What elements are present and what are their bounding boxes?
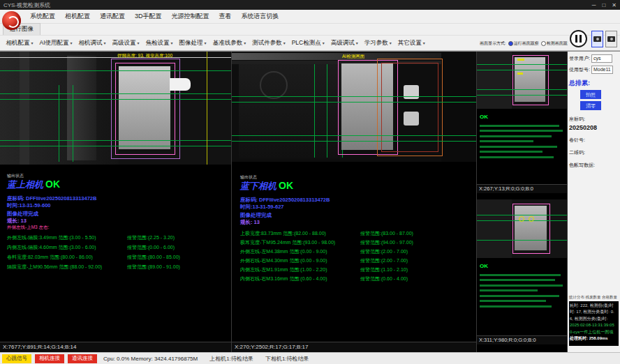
chevron-down-icon: ▾ — [104, 40, 106, 45]
main-area: 焊脚高度: 93. 视觉高度:100 输出状态 蓝上相机OK 座标码: DFFI… — [0, 51, 620, 352]
length-line: 规长: 13 — [7, 218, 27, 225]
capture-button[interactable]: 拍照 — [580, 90, 601, 99]
window-title: CYS-视觉检测系统 — [3, 1, 50, 9]
write-data-label: 色帐写数据: — [569, 162, 619, 169]
minimize-button[interactable]: ─ — [592, 2, 596, 8]
menu-light-config[interactable]: 光源控制配置 — [167, 12, 214, 21]
yellow-guide-line — [207, 52, 207, 165]
measurement-row: 外侧左线-左M4.38mm 范围:(0.00 - 9.00)报警范围:(2.00… — [240, 248, 475, 257]
heartbeat-badge: 心跳信号 — [2, 354, 31, 363]
upper-camera-panel: 焊脚高度: 93. 视觉高度:100 输出状态 蓝上相机OK 座标码: DFFI… — [0, 52, 232, 352]
tool-focus-settings[interactable]: 焦检设置▾ — [142, 39, 176, 47]
barcode-line: 座标码: DFFIiive2025020813313472B — [7, 195, 96, 202]
cpu-memory-text: Cpu: 0.0% Memory: 3424.41796875M — [103, 356, 198, 362]
model-select[interactable]: Mode11 — [591, 66, 613, 74]
thumbnail-camera-view-1[interactable] — [477, 52, 567, 109]
stats-line: 时: 17, 检测分类毫时: 0. — [570, 309, 618, 315]
measurement-row: 内侧左线-左M1.91mm 范围:(1.00 - 2.20)报警范围:(1.10… — [240, 266, 475, 275]
measure-line — [232, 102, 476, 103]
camera-view-button-1[interactable] — [591, 31, 603, 47]
tool-camera-config[interactable]: 相机配置▾ — [3, 39, 36, 47]
model-row: 使用型号: Mode11 — [569, 66, 619, 74]
camera-connection-badge: 相机连接 — [35, 354, 64, 363]
tool-ai-config[interactable]: AI使用配置▾ — [36, 39, 75, 47]
pause-button[interactable] — [570, 30, 587, 47]
machine-column — [20, 52, 29, 165]
close-button[interactable]: ✕ — [612, 2, 617, 8]
pixel-coordinates-bar: X:270;Y:2502;R:17;G:17;B:17 — [232, 342, 476, 352]
login-user-label: 登录用户: — [569, 55, 590, 62]
menu-system-config[interactable]: 系统配置 — [25, 12, 60, 21]
measurement-row: 上极宽度:83.73mm 范围:(82.00 - 88.00)报警范围:(83.… — [240, 230, 475, 239]
tool-camera-debug[interactable]: 相机调试▾ — [75, 39, 109, 47]
measure-line — [0, 93, 231, 94]
pixel-coordinates-bar: X:7677;Y:891;R:14;G:14;B:14 — [0, 342, 231, 352]
reflective-part — [404, 85, 419, 99]
camera-view-button-2[interactable] — [605, 31, 617, 47]
thumbnail-column: OK X:267;Y:13;R:0;G:0;B:0 — [477, 52, 568, 352]
barcode-value: 20250208 — [569, 124, 619, 131]
measure-line — [0, 140, 231, 141]
tool-advanced-debug[interactable]: 高级调试▾ — [327, 39, 361, 47]
menu-3d-config[interactable]: 3D手配置 — [130, 12, 167, 21]
login-user-select[interactable]: cys — [591, 54, 612, 63]
measurement-row: 隔膜宽度-上M90.56mm 范围:(88.00 - 92.00)报警范围:(8… — [7, 264, 230, 273]
lower-camera-result: 下相机1:待检结果 — [265, 355, 309, 363]
title-bar: CYS-视觉检测系统 ─ □ ✕ — [0, 0, 620, 10]
comm-connection-badge: 通讯连接 — [68, 354, 97, 363]
radio-detect-view[interactable]: 检测画面观察 — [541, 40, 568, 47]
measurement-list: 上极宽度:83.73mm 范围:(82.00 - 88.00)报警范围:(83.… — [240, 230, 475, 285]
camera-result-title: 蓝下相机OK — [240, 180, 293, 192]
measurement-row: 内侧右线-右M3.16mm 范围:(0.60 - 4.00)报警范围:(0.60… — [240, 275, 475, 285]
process-status-line: 图像处理完成 — [240, 212, 272, 219]
measure-line — [232, 135, 476, 136]
maximize-button[interactable]: □ — [602, 2, 605, 8]
chevron-down-icon: ▾ — [356, 40, 358, 45]
mini-text-line — [480, 300, 546, 302]
mini-text-line — [480, 130, 563, 132]
mini-text-line — [480, 125, 559, 127]
measurement-row: 外侧左线-隔膜:3.49mm 范围:(3.00 - 5.50)报警范围:(2.2… — [7, 234, 230, 244]
yellow-marker — [529, 216, 534, 222]
measurement-row: 外侧右线-右M4.30mm 范围:(0.00 - 9.00)报警范围:(2.00… — [240, 257, 475, 266]
yellow-marker — [519, 216, 524, 222]
left-camera-view[interactable]: 焊脚高度: 93. 视觉高度:100 — [0, 52, 231, 165]
tool-other-settings[interactable]: 其它设置▾ — [394, 39, 428, 47]
ok-status: OK — [480, 114, 488, 120]
radio-run-view[interactable]: 运行画面观察 — [508, 40, 539, 47]
ok-status: OK — [480, 263, 488, 269]
camera-icon — [593, 36, 601, 42]
yellow-marker — [517, 59, 524, 61]
right-camera-view[interactable]: AI检测画面 — [232, 52, 476, 162]
needle-number-label: 卷针号: — [569, 137, 619, 144]
tool-baseline-params[interactable]: 基准线参数▾ — [209, 39, 249, 47]
tool-plc-points[interactable]: PLC检测点▾ — [288, 39, 327, 47]
measurement-row: 极耳宽度-下M95.24mm 范围:(93.00 - 98.00)报警范围:(9… — [240, 239, 475, 248]
gripper-connector — [170, 78, 191, 91]
chevron-down-icon: ▾ — [323, 40, 325, 45]
yellow-marker — [517, 73, 523, 75]
mini-text-line — [480, 151, 542, 153]
mini-text-line — [480, 285, 563, 287]
chevron-down-icon: ▾ — [390, 40, 392, 45]
pause-icon — [580, 35, 582, 43]
menu-camera-config[interactable]: 相机配置 — [60, 12, 95, 21]
battery-cell — [119, 66, 170, 149]
tool-learning-params[interactable]: 学习参数▾ — [361, 39, 394, 47]
measure-line — [232, 96, 476, 97]
chevron-down-icon: ▾ — [423, 40, 425, 45]
tool-testpiece-params[interactable]: 测试件参数▾ — [249, 39, 289, 47]
reflective-part — [404, 112, 419, 126]
reset-button[interactable]: 清零 — [580, 101, 601, 110]
menu-comm-config[interactable]: 通讯配置 — [95, 12, 130, 21]
menu-view[interactable]: 查看 — [214, 12, 237, 21]
menu-language[interactable]: 系统语言切换 — [237, 12, 284, 21]
tool-image-processing[interactable]: 图像处理▾ — [176, 39, 209, 47]
machine-rail — [67, 56, 96, 160]
tool-advanced-settings[interactable]: 高级设置▾ — [109, 39, 142, 47]
chevron-down-icon: ▾ — [283, 40, 286, 45]
total-count-label: 总排累: — [569, 79, 619, 88]
measurement-row: 内侧左线-隔膜:4.60mm 范围:(3.00 - 6.00)报警范围:(0.0… — [7, 244, 230, 254]
thumbnail-camera-view-2[interactable] — [477, 199, 567, 258]
measure-line — [477, 89, 567, 90]
